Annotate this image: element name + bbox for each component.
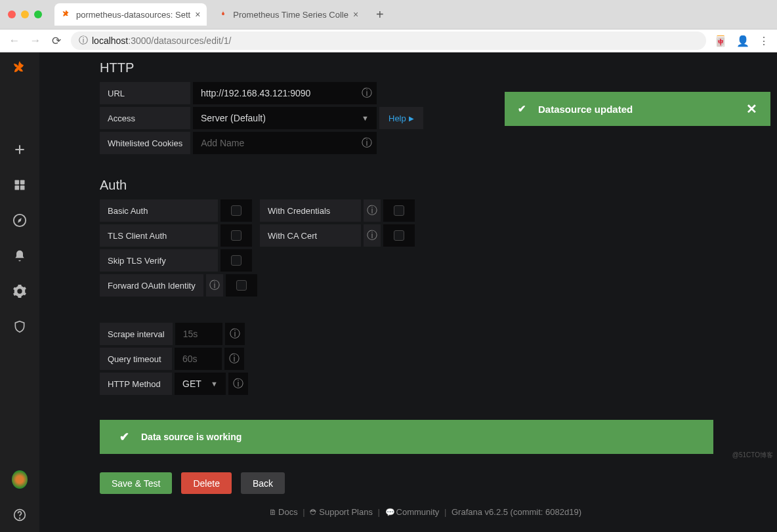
- tab-title: pormetheus-datasources: Sett: [76, 10, 190, 20]
- create-icon[interactable]: [12, 142, 28, 157]
- help-icon[interactable]: [12, 507, 28, 523]
- version-text: Grafana v6.2.5 (commit: 6082d19): [452, 507, 581, 517]
- svg-rect-4: [15, 186, 20, 190]
- check-icon: ✔: [119, 430, 129, 444]
- cookies-input[interactable]: [193, 132, 357, 154]
- grafana-favicon: [61, 9, 72, 20]
- url-label: URL: [100, 82, 190, 104]
- browser-tab-strip: pormetheus-datasources: Sett × Prometheu…: [0, 0, 777, 30]
- http-method-select[interactable]: GET ▼: [175, 373, 226, 395]
- datasource-updated-toast: ✔ Datasource updated ✕: [505, 92, 770, 126]
- http-section-heading: HTTP: [100, 60, 751, 75]
- translate-icon[interactable]: 🀄: [714, 35, 727, 47]
- forward-button[interactable]: →: [29, 34, 42, 47]
- auth-row: Basic Auth With Credentials ⓘ: [100, 199, 751, 222]
- back-button[interactable]: Back: [241, 472, 285, 494]
- info-icon[interactable]: ⓘ: [364, 224, 381, 247]
- with-credentials-checkbox[interactable]: [394, 205, 404, 216]
- community-icon: 💬: [385, 508, 395, 517]
- save-and-test-button[interactable]: Save & Test: [100, 472, 172, 494]
- svg-point-9: [20, 518, 20, 519]
- url-host: localhost:3000/datasources/edit/1/: [92, 35, 232, 46]
- query-timeout-row: Query timeout ⓘ: [100, 348, 751, 370]
- scrape-interval-label: Scrape interval: [100, 323, 173, 345]
- access-select[interactable]: Server (Default) ▼: [193, 107, 377, 129]
- browser-toolbar: ← → ⟳ ⓘ localhost:3000/datasources/edit/…: [0, 30, 777, 52]
- grafana-logo[interactable]: [12, 60, 28, 76]
- url-input[interactable]: [193, 82, 357, 104]
- support-link[interactable]: Support Plans: [319, 507, 373, 517]
- close-icon[interactable]: ✕: [746, 101, 757, 117]
- query-timeout-input[interactable]: [175, 348, 222, 370]
- new-tab-button[interactable]: +: [369, 7, 390, 22]
- window-minimize-button[interactable]: [21, 10, 29, 18]
- browser-right-icons: 🀄 👤 ⋮: [714, 35, 769, 47]
- scrape-interval-input[interactable]: [175, 323, 222, 345]
- dashboards-icon[interactable]: [12, 177, 28, 193]
- svg-rect-2: [15, 180, 20, 185]
- window-maximize-button[interactable]: [34, 10, 42, 18]
- docs-link[interactable]: Docs: [278, 507, 298, 517]
- info-icon[interactable]: ⓘ: [364, 199, 381, 222]
- forward-oauth-label: Forward OAuth Identity: [100, 274, 203, 297]
- auth-row: Skip TLS Verify: [100, 249, 751, 272]
- button-row: Save & Test Delete Back: [100, 472, 751, 494]
- alert-text: Data source is working: [141, 432, 242, 442]
- support-icon: ⛑: [310, 508, 318, 517]
- user-avatar[interactable]: [12, 472, 28, 487]
- info-icon[interactable]: ⓘ: [357, 82, 377, 104]
- info-icon[interactable]: ⓘ: [228, 373, 248, 395]
- watermark: @51CTO博客: [732, 451, 773, 460]
- tab-close-icon[interactable]: ×: [195, 9, 200, 20]
- help-button[interactable]: Help ▶: [379, 107, 423, 129]
- cookies-label: Whitelisted Cookies: [100, 132, 190, 154]
- grafana-app: HTTP URL ⓘ Access Server (Default) ▼ Hel…: [0, 52, 777, 532]
- svg-rect-3: [20, 180, 25, 185]
- configuration-icon[interactable]: [12, 283, 28, 299]
- info-icon[interactable]: ⓘ: [225, 323, 245, 345]
- toast-text: Datasource updated: [538, 104, 633, 115]
- help-label: Help: [388, 113, 406, 123]
- address-bar[interactable]: ⓘ localhost:3000/datasources/edit/1/: [71, 31, 706, 50]
- with-ca-cert-label: With CA Cert: [260, 224, 361, 247]
- reload-button[interactable]: ⟳: [50, 34, 63, 48]
- http-method-label: HTTP Method: [100, 373, 172, 395]
- back-button[interactable]: ←: [8, 34, 21, 47]
- chevron-down-icon: ▼: [211, 380, 218, 388]
- community-link[interactable]: Community: [396, 507, 440, 517]
- browser-tab[interactable]: Prometheus Time Series Colle ×: [211, 3, 365, 26]
- info-icon[interactable]: ⓘ: [206, 274, 223, 297]
- browser-tab-active[interactable]: pormetheus-datasources: Sett ×: [54, 3, 207, 26]
- chevron-right-icon: ▶: [409, 115, 414, 122]
- tls-client-auth-checkbox[interactable]: [231, 230, 242, 241]
- basic-auth-label: Basic Auth: [100, 199, 218, 222]
- window-close-button[interactable]: [8, 10, 16, 18]
- access-label: Access: [100, 107, 190, 129]
- account-icon[interactable]: 👤: [736, 35, 749, 47]
- svg-marker-7: [18, 218, 22, 222]
- basic-auth-checkbox[interactable]: [231, 205, 242, 216]
- tab-close-icon[interactable]: ×: [353, 9, 358, 20]
- info-icon[interactable]: ⓘ: [224, 348, 244, 370]
- svg-rect-5: [20, 186, 25, 190]
- http-method-value: GET: [182, 379, 201, 389]
- info-icon[interactable]: ⓘ: [357, 132, 377, 154]
- check-icon: ✔: [518, 103, 526, 115]
- docs-icon: 🗎: [269, 508, 277, 517]
- delete-button[interactable]: Delete: [181, 472, 231, 494]
- prometheus-favicon: [218, 9, 228, 20]
- browser-menu-icon[interactable]: ⋮: [759, 35, 769, 47]
- skip-tls-verify-checkbox[interactable]: [231, 255, 242, 266]
- alerting-icon[interactable]: [12, 248, 28, 264]
- forward-oauth-checkbox[interactable]: [236, 280, 247, 291]
- explore-icon[interactable]: [12, 213, 28, 228]
- with-ca-cert-checkbox[interactable]: [394, 230, 404, 241]
- admin-icon[interactable]: [12, 319, 28, 335]
- site-info-icon[interactable]: ⓘ: [79, 35, 88, 47]
- main-content: HTTP URL ⓘ Access Server (Default) ▼ Hel…: [39, 52, 777, 532]
- tls-client-auth-label: TLS Client Auth: [100, 224, 218, 247]
- footer: 🗎Docs | ⛑Support Plans | 💬Community | Gr…: [100, 507, 751, 517]
- query-timeout-label: Query timeout: [100, 348, 172, 370]
- access-value: Server (Default): [201, 113, 266, 123]
- traffic-lights: [8, 10, 42, 18]
